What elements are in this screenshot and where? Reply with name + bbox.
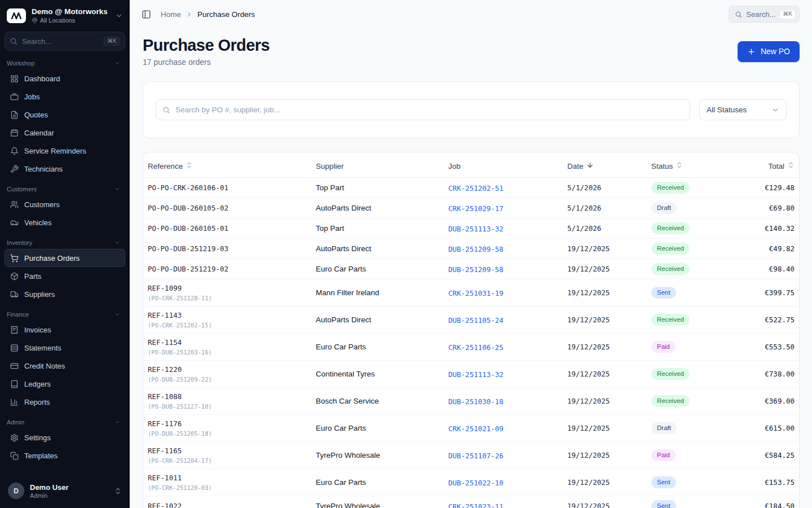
po-table-row[interactable]: REF-1165(PO-CRK-251204-17)TyrePro Wholes… [143,442,799,469]
po-total: €129.48 [727,178,799,198]
panel-left-icon [142,10,151,19]
sidebar-item-vehicles[interactable]: Vehicles [5,213,125,231]
job-link[interactable]: DUB-251113-32 [448,225,504,233]
po-date: 5/1/2026 [563,198,647,218]
job-link[interactable]: CRK-251023-11 [448,502,504,508]
sidebar-item-invoices[interactable]: Invoices [5,321,125,339]
po-supplier: Top Part [311,178,444,198]
po-sub-reference: (PO-DUB-251203-16) [148,349,307,356]
job-link[interactable]: DUB-251022-10 [448,479,504,487]
sidebar-item-label: Statements [24,344,61,352]
sidebar-toggle-button[interactable] [139,7,154,22]
po-total: €49.82 [727,239,799,259]
org-switcher[interactable]: Demo @ Motorworks All Locations [5,0,125,29]
status-filter-select[interactable]: All Statuses [699,99,787,120]
job-link[interactable]: DUB-251209-58 [448,265,504,274]
po-search-input[interactable] [175,106,683,114]
new-po-button[interactable]: New PO [738,41,800,62]
job-link[interactable]: DUB-251105-24 [448,316,504,325]
sidebar-item-reports[interactable]: Reports [5,393,125,411]
column-header-total[interactable]: Total [727,152,799,178]
po-sub-reference: (PO-CRK-251202-15) [148,322,307,329]
topbar-search[interactable]: Search... ⌘K [729,6,800,23]
po-supplier: Top Part [311,218,444,239]
po-table-row[interactable]: PO-PO-DUB-260105-02AutoParts DirectCRK-2… [143,198,799,218]
po-supplier: TyrePro Wholesale [311,496,444,508]
user-menu[interactable]: D Demo User Admin [5,476,125,508]
sidebar-item-customers[interactable]: Customers [5,195,125,213]
sidebar-section-label[interactable]: Inventory [5,237,125,249]
job-link[interactable]: CRK-251106-25 [448,343,504,352]
sidebar-section-label[interactable]: Admin [5,416,125,428]
po-table-row[interactable]: PO-PO-DUB-260105-01Top PartDUB-251113-32… [143,218,799,239]
job-link[interactable]: DUB-251209-58 [448,245,504,253]
sidebar-item-label: Vehicles [24,218,51,227]
sidebar-item-jobs[interactable]: Jobs [5,87,125,106]
job-link[interactable]: CRK-251021-09 [448,424,504,433]
sidebar-item-parts[interactable]: Parts [5,267,125,285]
sidebar-item-quotes[interactable]: Quotes [5,106,125,124]
breadcrumb-home[interactable]: Home [161,10,181,19]
credit-card-icon [10,362,19,370]
po-total: €69.80 [727,198,799,218]
sidebar-item-suppliers[interactable]: Suppliers [5,285,125,303]
sidebar-item-technicians[interactable]: Technicians [5,160,125,178]
sidebar-section-label[interactable]: Workshop [5,57,125,69]
topbar: Home Purchase Orders Search... ⌘K [130,0,812,28]
chevron-down-icon [114,239,121,246]
job-link[interactable]: CRK-251031-19 [448,289,504,297]
sidebar-search[interactable]: ⌘K [5,32,125,51]
plus-icon [747,47,756,56]
po-table-row[interactable]: PO-PO-DUB-251219-03AutoParts DirectDUB-2… [143,239,799,259]
po-table-row[interactable]: REF-1088(PO-DUB-251127-10)Bosch Car Serv… [143,388,799,415]
po-table-row[interactable]: REF-1176(PO-DUB-251205-18)Euro Car Parts… [143,415,799,442]
column-header-status[interactable]: Status [647,152,727,178]
job-link[interactable]: DUB-251030-18 [448,397,504,406]
po-table-row[interactable]: REF-1011(PO-CRK-251120-03)Euro Car Parts… [143,469,799,496]
job-link[interactable]: DUB-251113-32 [448,370,504,379]
sidebar-item-templates[interactable]: Templates [5,446,125,465]
sidebar-item-purchase-orders[interactable]: Purchase Orders [5,249,125,267]
po-sub-reference: (PO-DUB-251127-10) [148,403,307,410]
truck-icon [10,290,19,299]
sidebar-item-ledgers[interactable]: Ledgers [5,375,125,393]
po-sub-reference: (PO-CRK-251204-17) [148,457,307,465]
column-header-supplier: Supplier [311,152,444,178]
job-link[interactable]: CRK-251202-51 [448,184,504,192]
job-link[interactable]: CRK-251029-17 [448,204,504,213]
sidebar-item-calendar[interactable]: Calendar [5,124,125,142]
chevron-down-icon [115,12,123,20]
sidebar-item-statements[interactable]: Statements [5,339,125,357]
sidebar-item-service-reminders[interactable]: Service Reminders [5,142,125,160]
sidebar-item-dashboard[interactable]: Dashboard [5,69,125,87]
gear-icon [10,433,19,442]
po-date: 19/12/2025 [563,334,647,361]
po-table-row[interactable]: REF-1022TyrePro WholesaleCRK-251023-1119… [143,496,799,508]
sidebar-section-label[interactable]: Finance [5,308,125,321]
job-link[interactable]: DUB-251107-26 [448,452,504,460]
po-supplier: AutoParts Direct [311,306,444,334]
po-date: 19/12/2025 [563,239,647,259]
po-date: 19/12/2025 [563,496,647,508]
po-table-row[interactable]: REF-1154(PO-DUB-251203-16)Euro Car Parts… [143,334,799,361]
sidebar-item-label: Technicians [24,165,63,173]
sidebar-item-label: Customers [24,200,60,209]
po-table-row[interactable]: REF-1220(PO-DUB-251209-22)Continental Ty… [143,361,799,388]
po-reference: REF-1220 [148,365,307,375]
sidebar-item-credit-notes[interactable]: Credit Notes [5,357,125,375]
sidebar-section-label[interactable]: Customers [5,183,125,195]
po-reference: PO-PO-DUB-251219-03 [148,244,307,254]
status-badge: Received [651,263,690,275]
sidebar-item-settings[interactable]: Settings [5,428,125,446]
po-table-row[interactable]: REF-1099(PO-CRK-251128-11)Mann Filter Ir… [143,279,799,306]
sidebar-item-label: Credit Notes [24,362,65,370]
sidebar-item-label: Quotes [24,111,48,119]
column-header-date[interactable]: Date [563,152,647,178]
sidebar-search-input[interactable] [22,37,99,46]
book-icon [10,380,19,388]
po-table-row[interactable]: PO-PO-DUB-251219-02Euro Car PartsDUB-251… [143,259,799,279]
column-header-reference[interactable]: Reference [143,152,311,178]
po-table-row[interactable]: PO-PO-CRK-260106-01Top PartCRK-251202-51… [143,178,799,198]
po-table-row[interactable]: REF-1143(PO-CRK-251202-15)AutoParts Dire… [143,306,799,334]
chevron-down-icon [114,186,121,192]
